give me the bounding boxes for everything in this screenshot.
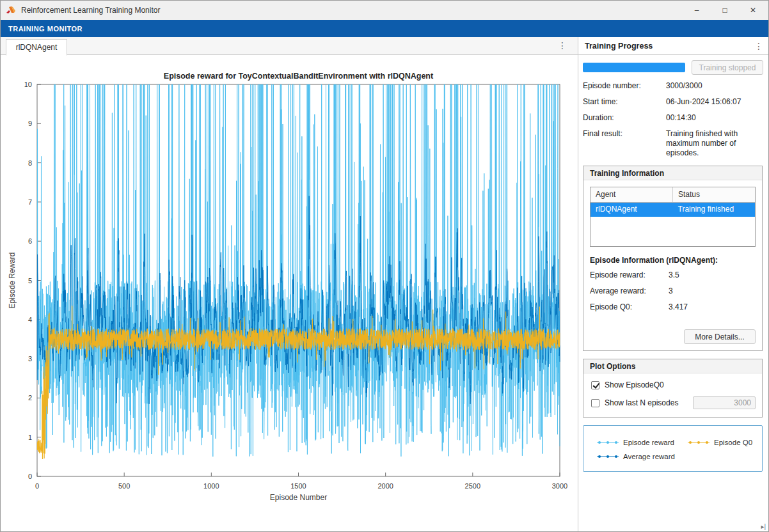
svg-text:0: 0: [28, 473, 32, 480]
checkbox-box-1[interactable]: [591, 399, 599, 407]
window-title: Reinforcement Learning Training Monitor: [21, 6, 160, 15]
field-value: Training finished with maximum number of…: [666, 129, 765, 158]
field-label: Average reward:: [590, 286, 669, 296]
svg-text:1000: 1000: [203, 482, 219, 490]
table-row[interactable]: rlDQNAgent Training finished: [591, 203, 755, 217]
ribbon-tab-training-monitor[interactable]: TRAINING MONITOR: [1, 25, 90, 33]
progress-bar-fill: [583, 63, 685, 72]
more-details-button[interactable]: More Details...: [684, 329, 756, 344]
field-value: 3.417: [669, 302, 688, 312]
training-plot-area: 050010001500200025003000012345678910Epis…: [1, 55, 578, 532]
episode-q0-line-icon: [687, 439, 710, 446]
svg-text:9: 9: [28, 120, 32, 127]
ribbon-bar: TRAINING MONITOR: [1, 20, 768, 37]
svg-text:3000: 3000: [552, 482, 567, 490]
window-controls: – □ ✕: [683, 1, 767, 20]
svg-text:500: 500: [118, 482, 130, 490]
show-episodeq0-option[interactable]: Show EpisodeQ0: [591, 380, 664, 389]
field-value: 3: [669, 286, 673, 296]
cell-status: Training finished: [673, 203, 756, 217]
progress-panel-kebab-icon[interactable]: ⋮: [754, 41, 763, 51]
legend-label: Average reward: [623, 453, 675, 460]
training-progress-fields: Episode number: 3000/3000 Start time: 06…: [583, 81, 765, 164]
matlab-logo-icon: [6, 5, 16, 15]
plot-options-panel: Plot Options Show EpisodeQ0 Show last N …: [583, 359, 763, 418]
last-n-episodes-input[interactable]: [693, 396, 756, 409]
svg-text:5: 5: [28, 277, 32, 285]
field-episode-reward: Episode reward: 3.5: [590, 270, 756, 280]
average-reward-line-icon: [596, 453, 619, 460]
svg-text:Episode reward for ToyContextu: Episode reward for ToyContextualBanditEn…: [164, 72, 434, 81]
svg-text:8: 8: [28, 159, 32, 167]
field-value: 3000/3000: [666, 81, 765, 91]
field-episode-number: Episode number: 3000/3000: [583, 81, 765, 91]
training-information-title: Training Information: [583, 166, 762, 180]
checkbox-box-0[interactable]: [591, 381, 599, 389]
svg-text:0: 0: [35, 482, 39, 490]
close-button[interactable]: ✕: [739, 1, 767, 20]
field-value: 00:14:30: [666, 113, 765, 123]
legend-entry-episode-reward: Episode reward: [596, 439, 674, 446]
legend-panel: Episode reward Episode Q0 Average reward: [583, 425, 763, 472]
field-label: Duration:: [583, 113, 666, 123]
svg-text:1: 1: [28, 434, 32, 441]
legend-entry-episode-q0: Episode Q0: [687, 439, 752, 446]
svg-text:1500: 1500: [290, 482, 306, 490]
svg-text:6: 6: [28, 237, 32, 245]
field-label: Episode reward:: [590, 270, 669, 280]
cell-agent: rlDQNAgent: [591, 203, 673, 217]
app-window: Reinforcement Learning Training Monitor …: [0, 0, 769, 532]
field-label: Episode number:: [583, 81, 666, 91]
svg-text:Episode Reward: Episode Reward: [8, 252, 17, 308]
svg-text:2000: 2000: [377, 482, 393, 490]
field-value: 3.5: [669, 270, 679, 280]
legend-entry-average-reward: Average reward: [596, 453, 675, 460]
training-stopped-button[interactable]: Training stopped: [692, 60, 763, 75]
plot-options-title: Plot Options: [583, 359, 762, 373]
checkbox-label: Show last N episodes: [605, 398, 678, 407]
episode-information-title: Episode Information (rlDQNAgent):: [590, 256, 718, 265]
svg-text:4: 4: [28, 316, 32, 324]
column-header-status[interactable]: Status: [673, 187, 755, 202]
panel-divider: [578, 37, 578, 532]
svg-text:2: 2: [28, 394, 32, 402]
tab-rldqnagent[interactable]: rlDQNAgent: [6, 39, 67, 56]
episode-information-fields: Episode reward: 3.5 Average reward: 3 Ep…: [590, 270, 756, 318]
training-information-panel: Training Information Agent Status rlDQNA…: [583, 166, 763, 351]
field-duration: Duration: 00:14:30: [583, 113, 765, 123]
training-progress-title: Training Progress: [585, 42, 653, 51]
field-label: Start time:: [583, 97, 666, 107]
legend-label: Episode Q0: [714, 439, 752, 446]
column-header-agent[interactable]: Agent: [591, 187, 673, 202]
field-episode-q0: Episode Q0: 3.417: [590, 302, 756, 312]
show-last-n-episodes-option[interactable]: Show last N episodes: [591, 398, 678, 407]
title-bar: Reinforcement Learning Training Monitor …: [1, 1, 768, 20]
svg-text:3: 3: [28, 355, 32, 363]
checkbox-label: Show EpisodeQ0: [605, 380, 664, 389]
svg-text:2500: 2500: [465, 482, 480, 490]
field-start-time: Start time: 06-Jun-2024 15:06:07: [583, 97, 765, 107]
training-progress-bar: [583, 63, 685, 72]
tab-overflow-kebab-icon[interactable]: ⋮: [557, 40, 567, 51]
field-label: Episode Q0:: [590, 302, 669, 312]
maximize-button[interactable]: □: [711, 1, 739, 20]
document-tab-bar: rlDQNAgent ⋮: [1, 37, 578, 55]
agent-status-table: Agent Status rlDQNAgent Training finishe…: [590, 187, 756, 247]
svg-text:Episode Number: Episode Number: [270, 493, 327, 502]
field-label: Final result:: [583, 129, 666, 158]
svg-text:7: 7: [28, 198, 32, 206]
table-header-row: Agent Status: [591, 187, 755, 203]
field-final-result: Final result: Training finished with max…: [583, 129, 765, 158]
panel-collapse-arrow-icon[interactable]: ▸|: [761, 524, 766, 530]
episode-reward-chart[interactable]: 050010001500200025003000012345678910Epis…: [1, 55, 578, 528]
legend-label: Episode reward: [623, 439, 674, 446]
episode-reward-line-icon: [596, 439, 619, 446]
field-value: 06-Jun-2024 15:06:07: [666, 97, 765, 107]
svg-text:10: 10: [24, 81, 32, 88]
training-progress-header: Training Progress ⋮: [578, 37, 769, 55]
minimize-button[interactable]: –: [683, 1, 711, 20]
field-average-reward: Average reward: 3: [590, 286, 756, 296]
